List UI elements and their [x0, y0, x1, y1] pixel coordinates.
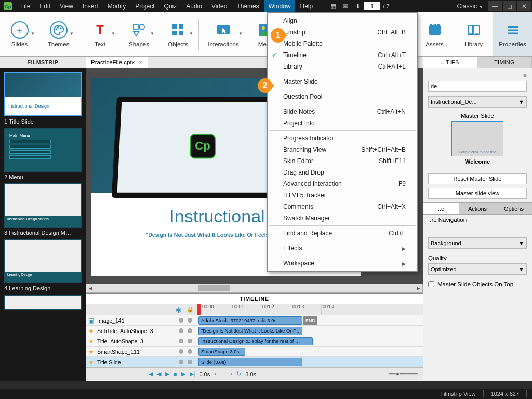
svg-point-4: [60, 28, 61, 29]
menu-item[interactable]: Branching ViewShift+Ctrl+Alt+B: [268, 144, 417, 155]
minimize-icon[interactable]: —: [488, 1, 502, 11]
menu-item[interactable]: CommentsCtrl+Alt+X: [268, 201, 417, 212]
reset-master-button[interactable]: Reset Master Slide: [428, 173, 527, 184]
tl-end-icon[interactable]: ▶|: [190, 370, 195, 377]
page-current-input[interactable]: 1: [364, 2, 380, 10]
theme-select[interactable]: Instructional_De...▼: [428, 96, 527, 108]
app-logo: Cp: [0, 0, 16, 12]
document-tab[interactable]: PracticeFile.cptx×: [86, 57, 148, 68]
menu-item[interactable]: Drag and Drop: [268, 167, 417, 178]
menu-insert[interactable]: Insert: [78, 0, 103, 12]
layout-icon[interactable]: ▦: [327, 3, 339, 10]
menu-item[interactable]: Skin EditorShift+F11: [268, 155, 417, 167]
menu-edit[interactable]: Edit: [35, 0, 55, 12]
rtab-properties[interactable]: ...TIES: [423, 57, 477, 68]
menu-themes[interactable]: Themes: [232, 0, 263, 12]
lock-icon[interactable]: 🔒: [187, 306, 194, 313]
menu-project[interactable]: Project: [130, 0, 159, 12]
ontop-checkbox[interactable]: Master Slide Objects On Top: [423, 279, 532, 289]
menu-item[interactable]: Slide NotesCtrl+Alt+N: [268, 106, 417, 117]
svg-point-6: [139, 24, 144, 30]
mail-icon[interactable]: ✉: [339, 3, 352, 10]
tl-back-icon[interactable]: ◀: [157, 370, 161, 377]
menu-file[interactable]: File: [16, 0, 35, 12]
ms-preview[interactable]: Double click to add title: [451, 121, 503, 156]
menu-item[interactable]: Swatch Manager: [268, 212, 417, 224]
tool-properties[interactable]: Properties: [493, 12, 532, 56]
menu-item[interactable]: Advanced InteractionF9: [268, 178, 417, 190]
filmstrip-slide[interactable]: Main Menu2 Menu: [4, 128, 82, 180]
menu-item[interactable]: ✓TimelineCtrl+Alt+T: [268, 49, 417, 61]
menu-item[interactable]: Mobile Palette: [268, 38, 417, 49]
visibility-icon[interactable]: ◉: [176, 305, 181, 313]
page-total: / 7: [383, 3, 389, 9]
rtab-timing[interactable]: TIMING: [477, 57, 532, 68]
tool-objects[interactable]: Objects▼: [158, 12, 197, 56]
status-dims: 1024 x 627: [491, 391, 519, 397]
svg-rect-9: [172, 31, 177, 35]
status-bar: Filmstrip View 1024 x 627: [0, 389, 532, 399]
menu-item[interactable]: Project Info: [268, 117, 417, 129]
filmstrip-panel: FILMSTRIP Instructional Design1 Title Sl…: [0, 57, 86, 381]
timeline-row[interactable]: ★SubTitle_AutoShape_3"Design Is Not Just…: [86, 326, 423, 336]
menu-window[interactable]: Window: [264, 0, 296, 12]
sec-actions[interactable]: Actions: [459, 203, 496, 214]
h-scrollbar[interactable]: ◀▶: [86, 284, 423, 293]
menu-modify[interactable]: Modify: [103, 0, 130, 12]
tl-rewind-icon[interactable]: |◀: [147, 370, 153, 377]
timeline-row[interactable]: ★Title SlideSlide (3.0s): [86, 357, 423, 367]
close-icon[interactable]: ✕: [517, 1, 531, 11]
nav-row[interactable]: ..re Navigation: [423, 215, 532, 225]
filmstrip-slide[interactable]: Learning Design4 Learning Design: [4, 239, 82, 291]
tool-slides[interactable]: ＋Slides▼: [0, 12, 39, 56]
quality-label: Quality: [423, 253, 532, 263]
svg-point-2: [56, 29, 57, 30]
sec-options[interactable]: Options: [496, 203, 532, 214]
callout-2: 2: [258, 78, 272, 93]
menu-item[interactable]: Find and ReplaceCtrl+F: [268, 228, 417, 239]
tl-fwd-icon[interactable]: ▶: [181, 370, 185, 377]
menu-video[interactable]: Video: [207, 0, 232, 12]
layout-picker[interactable]: Classic▼: [451, 3, 488, 10]
sec-style[interactable]: ..e: [423, 203, 459, 214]
menu-item[interactable]: Question Pool: [268, 91, 417, 102]
menu-quiz[interactable]: Quiz: [159, 0, 182, 12]
download-icon[interactable]: ⬇: [352, 3, 364, 10]
tool-assets[interactable]: Assets: [415, 12, 454, 56]
svg-rect-8: [179, 24, 183, 29]
tool-shapes[interactable]: Shapes▼: [119, 12, 158, 56]
maximize-icon[interactable]: ◻: [503, 1, 516, 11]
filmstrip-slide[interactable]: Instructional Design1 Title Slide: [4, 72, 82, 125]
menu-item[interactable]: HTML5 Tracker: [268, 190, 417, 201]
svg-rect-10: [179, 31, 183, 35]
quality-select[interactable]: Optimized▼: [428, 263, 527, 275]
tool-themes[interactable]: Themes▼: [39, 12, 78, 56]
menu-item[interactable]: LibraryCtrl+Alt+L: [268, 61, 417, 72]
timeline-row[interactable]: ★Title_AutoShape_3Instructional Design :…: [86, 336, 423, 347]
menu-item[interactable]: Progress Indicator: [268, 132, 417, 144]
menu-audio[interactable]: Audio: [181, 0, 207, 12]
menu-item[interactable]: Align: [268, 15, 417, 26]
tl-loop-icon[interactable]: ↻: [236, 370, 241, 377]
slide-name-input[interactable]: de: [428, 81, 527, 92]
menu-view[interactable]: View: [55, 0, 78, 12]
properties-panel: ...TIES TIMING ≡ de Instructional_De...▼…: [423, 57, 532, 381]
master-view-button[interactable]: Master slide view: [428, 188, 527, 199]
timeline-row[interactable]: ★SmartShape_111SmartShape:3.0s: [86, 347, 423, 357]
svg-rect-16: [434, 24, 436, 26]
tool-library[interactable]: Library: [454, 12, 493, 56]
menu-item[interactable]: Effects▶: [268, 243, 417, 254]
svg-text:Cp: Cp: [4, 4, 11, 9]
menu-item[interactable]: Workspace▶: [268, 258, 417, 269]
tab-close-icon[interactable]: ×: [139, 59, 142, 65]
menu-item[interactable]: Master Slide: [268, 76, 417, 87]
bg-select[interactable]: Background▼: [428, 237, 527, 249]
tl-play-icon[interactable]: ▶: [165, 370, 169, 377]
menu-help[interactable]: Help: [295, 0, 317, 12]
tl-stop-icon[interactable]: ■: [174, 371, 177, 377]
timeline-row[interactable]: ▣Image_141AdobeStock_370219467_edit:3.0s…: [86, 315, 423, 326]
panel-menu-icon[interactable]: ≡: [523, 72, 527, 78]
tool-interactions[interactable]: Interactions▼: [200, 12, 247, 56]
tool-text[interactable]: TText▼: [81, 12, 119, 56]
filmstrip-slide[interactable]: Instructional Design Models3 Instruction…: [4, 183, 82, 236]
